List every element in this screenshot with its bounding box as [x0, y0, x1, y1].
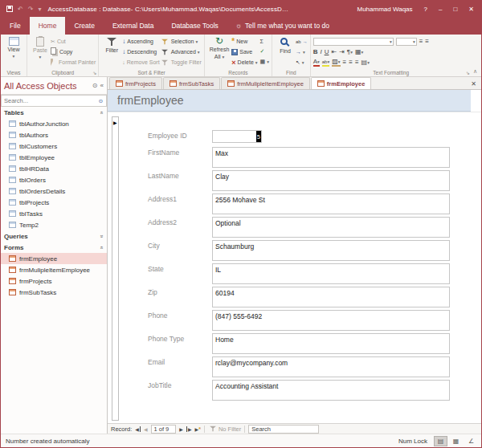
sidebar-item-table[interactable]: tblAuthors: [1, 129, 107, 141]
shutter-close-icon[interactable]: «: [100, 82, 104, 89]
help-button[interactable]: ?: [424, 6, 427, 13]
field-input[interactable]: (847) 555-6492: [212, 310, 450, 331]
close-document-icon[interactable]: ✕: [471, 80, 481, 89]
increase-indent-icon[interactable]: ⇥: [339, 48, 345, 55]
field-input[interactable]: 2556 Mohave St: [212, 193, 450, 214]
menu-tab[interactable]: Create: [65, 17, 104, 35]
no-filter-button[interactable]: No Filter: [208, 424, 241, 434]
sidebar-item-table[interactable]: tblAuthorJunction: [1, 118, 107, 129]
document-tab[interactable]: frmProjects: [109, 77, 162, 89]
maximize-button[interactable]: □: [453, 6, 457, 13]
sidebar-item-table[interactable]: tblHRData: [1, 163, 107, 174]
last-record-button[interactable]: ▶: [186, 426, 192, 432]
highlight-color-button[interactable]: ab▾: [322, 59, 329, 67]
menu-tab[interactable]: File: [1, 17, 30, 35]
first-record-button[interactable]: ◀: [135, 426, 141, 432]
select-button[interactable]: ↖▾: [296, 57, 308, 67]
underline-button[interactable]: U: [325, 48, 329, 55]
customize-qat-icon[interactable]: ▾: [38, 6, 41, 13]
sidebar-item-table[interactable]: tblProjects: [1, 197, 107, 208]
format-painter-button[interactable]: Format Painter: [51, 57, 96, 67]
new-blank-record-button[interactable]: ▶*: [195, 426, 201, 432]
find-button[interactable]: Find: [275, 36, 296, 55]
minimize-button[interactable]: –: [439, 6, 442, 13]
form-view-button[interactable]: ▤: [434, 436, 447, 446]
sidebar-item-form[interactable]: frmProjects: [1, 275, 107, 287]
advanced-button[interactable]: Advanced ▾: [160, 47, 202, 57]
nav-section-queries[interactable]: Queries »: [1, 230, 107, 242]
nav-section-tables[interactable]: Tables «: [1, 107, 107, 118]
menu-tab[interactable]: Database Tools: [162, 17, 227, 35]
field-input[interactable]: Home: [212, 333, 450, 354]
sidebar-item-table[interactable]: tblEmployee: [1, 152, 107, 163]
menu-tab[interactable]: Home: [30, 17, 66, 35]
field-input[interactable]: Max: [212, 147, 450, 168]
totals-button[interactable]: Σ: [260, 36, 269, 46]
background-color-button[interactable]: ▨▾: [332, 59, 340, 67]
goto-button[interactable]: →▾: [296, 47, 308, 57]
record-selector-bar[interactable]: ▶: [112, 116, 119, 421]
descending-button[interactable]: ↓ Descending: [122, 47, 159, 57]
nav-menu-icon[interactable]: ⊙: [92, 82, 98, 89]
sidebar-item-form[interactable]: frmEmployee: [1, 253, 107, 264]
nav-pane-header[interactable]: All Access Objects ⊙ «: [1, 77, 107, 95]
tell-me-box[interactable]: ☼ Tell me what you want to do: [227, 17, 337, 35]
toggle-filter-button[interactable]: Toggle Filter: [160, 57, 202, 67]
font-size-combo[interactable]: ▾: [396, 38, 417, 46]
nav-section-forms[interactable]: Forms «: [1, 242, 107, 253]
decrease-indent-icon[interactable]: ⇤: [331, 48, 337, 55]
record-position[interactable]: 1 of 9: [151, 425, 177, 434]
more-records-button[interactable]: ▦▾: [260, 57, 269, 67]
close-button[interactable]: ✕: [468, 6, 474, 13]
document-tab[interactable]: frmSubTasks: [163, 77, 220, 89]
cut-button[interactable]: ✂ Cut: [51, 36, 96, 47]
sidebar-item-table[interactable]: tblOrders: [1, 174, 107, 185]
font-name-combo[interactable]: ▾: [313, 38, 394, 46]
field-input[interactable]: Optional: [212, 217, 450, 238]
document-tab[interactable]: frmMulipleItemEmployee: [221, 77, 310, 89]
refresh-all-button[interactable]: ↻ Refresh All ▾: [207, 36, 232, 61]
next-record-button[interactable]: ▶: [179, 426, 183, 432]
font-color-button[interactable]: A▾: [313, 59, 320, 67]
new-record-button[interactable]: * New: [231, 36, 257, 47]
filter-button[interactable]: Filter: [101, 36, 122, 55]
sidebar-item-form[interactable]: frmMulipleItemEmployee: [1, 264, 107, 275]
field-input[interactable]: Clay: [212, 170, 450, 191]
field-input[interactable]: Schaumburg: [212, 240, 450, 261]
fill-color-icon[interactable]: ▤▾: [362, 59, 370, 66]
signed-in-user[interactable]: Muhammad Waqas: [357, 6, 412, 13]
sidebar-item-table[interactable]: tblTasks: [1, 208, 107, 219]
delete-record-button[interactable]: × Delete ▾: [231, 57, 257, 67]
field-input[interactable]: rclay@mycompany.com: [212, 356, 450, 377]
sidebar-item-form[interactable]: frmSubTasks: [1, 287, 107, 298]
paste-button[interactable]: Paste ▾: [30, 36, 51, 60]
layout-view-button[interactable]: ∠: [464, 436, 478, 446]
field-input[interactable]: 5: [212, 130, 262, 143]
numbered-list-icon[interactable]: ≡: [425, 38, 429, 45]
undo-icon[interactable]: ↶: [18, 6, 23, 13]
bold-button[interactable]: B: [313, 48, 318, 55]
remove-sort-button[interactable]: ↓ Remove Sort: [122, 57, 159, 67]
align-center-icon[interactable]: ≡: [349, 59, 353, 66]
italic-button[interactable]: I: [320, 48, 321, 55]
field-input[interactable]: Accounting Assistant: [212, 380, 450, 401]
previous-record-button[interactable]: ◀: [144, 426, 148, 432]
save-record-button[interactable]: Save: [231, 47, 257, 57]
document-tab[interactable]: frmEmployee: [311, 77, 372, 89]
text-direction-icon[interactable]: ¶▾: [347, 48, 353, 55]
sidebar-item-table[interactable]: tblCustomers: [1, 141, 107, 152]
selection-button[interactable]: Selection ▾: [160, 36, 202, 47]
collapse-ribbon-icon[interactable]: ∧: [472, 68, 481, 76]
gridlines-icon[interactable]: ▦▾: [355, 48, 363, 55]
ascending-button[interactable]: ↓ Ascending: [122, 36, 159, 47]
nav-search-box[interactable]: Search... ⊙: [1, 95, 107, 107]
field-input[interactable]: IL: [212, 263, 450, 284]
sidebar-item-table[interactable]: Temp2: [1, 219, 107, 230]
view-button[interactable]: View ▾: [3, 36, 24, 59]
bullet-list-icon[interactable]: ≡: [419, 38, 423, 45]
align-right-icon[interactable]: ≡: [355, 59, 359, 66]
sidebar-item-table[interactable]: tblOrdersDetails: [1, 185, 107, 197]
save-icon[interactable]: [6, 6, 13, 12]
copy-button[interactable]: Copy: [51, 47, 96, 57]
redo-icon[interactable]: ↷: [28, 6, 34, 13]
